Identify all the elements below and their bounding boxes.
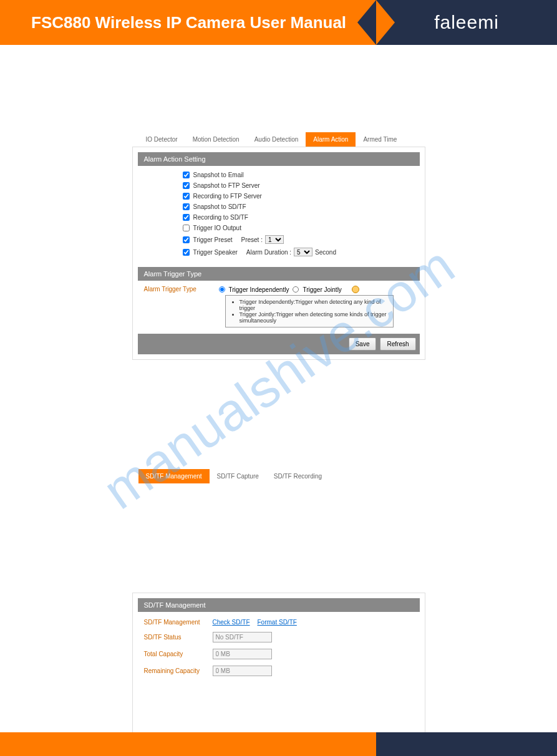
header-right: faleemi	[376, 0, 557, 45]
check-sdtf-link[interactable]: Check SD/TF	[213, 619, 250, 626]
tab-motion-detection[interactable]: Motion Detection	[185, 132, 247, 147]
check-trigger-speaker: Trigger Speaker Alarm Duration :5Second	[133, 246, 425, 258]
total-capacity-row: Total Capacity	[133, 646, 425, 662]
alarm-action-panel: Alarm Action Setting Snapshot to Email S…	[132, 147, 425, 360]
remaining-capacity-row: Remaining Capacity	[133, 662, 425, 679]
page-title: FSC880 Wireless IP Camera User Manual	[31, 13, 346, 32]
refresh-button[interactable]: Refresh	[380, 337, 415, 351]
checkbox-snapshot-sdtf[interactable]	[183, 203, 190, 210]
trigger-type-row: Alarm Trigger Type Trigger Independently…	[133, 281, 425, 293]
checkbox-snapshot-email[interactable]	[183, 172, 190, 178]
tab-sdtf-management[interactable]: SD/TF Management	[138, 469, 210, 483]
check-recording-sdtf: Recording to SD/TF	[133, 212, 425, 223]
brand-logo: faleemi	[434, 12, 499, 33]
tab-sdtf-capture[interactable]: SD/TF Capture	[210, 469, 266, 483]
check-trigger-io: Trigger IO Output	[133, 223, 425, 233]
header-left: FSC880 Wireless IP Camera User Manual	[0, 0, 376, 45]
help-icon[interactable]	[352, 286, 359, 293]
tab-alarm-action[interactable]: Alarm Action	[306, 132, 356, 147]
check-snapshot-email: Snapshot to Email	[133, 170, 425, 180]
check-snapshot-sdtf: Snapshot to SD/TF	[133, 201, 425, 212]
page-header: FSC880 Wireless IP Camera User Manual fa…	[0, 0, 557, 45]
footer-left	[0, 732, 376, 756]
sdtf-tabs: SD/TF Management SD/TF Capture SD/TF Rec…	[132, 469, 425, 483]
format-sdtf-link[interactable]: Format SD/TF	[258, 619, 297, 626]
checkbox-snapshot-ftp[interactable]	[183, 182, 190, 189]
total-capacity-field	[213, 649, 272, 659]
alarm-trigger-section-header: Alarm Trigger Type	[138, 267, 420, 281]
page-footer	[0, 732, 557, 756]
checkbox-recording-ftp[interactable]	[183, 193, 190, 200]
checkbox-trigger-speaker[interactable]	[183, 249, 190, 256]
tab-sdtf-recording[interactable]: SD/TF Recording	[266, 469, 329, 483]
tab-io-detector[interactable]: IO Detector	[138, 132, 185, 147]
footer-right	[376, 732, 557, 756]
remaining-capacity-field	[213, 666, 272, 676]
sdtf-section-header: SD/TF Management	[138, 598, 420, 612]
save-button[interactable]: Save	[349, 337, 377, 351]
alarm-action-section-header: Alarm Action Setting	[138, 152, 420, 166]
check-trigger-preset: Trigger Preset Preset :1	[133, 233, 425, 246]
sdtf-status-row: SD/TF Status	[133, 629, 425, 646]
alarm-duration-select[interactable]: 5	[294, 248, 312, 256]
checkbox-trigger-preset[interactable]	[183, 236, 190, 243]
check-recording-ftp: Recording to FTP Server	[133, 191, 425, 201]
radio-trigger-independent[interactable]	[219, 286, 225, 293]
sdtf-status-field	[213, 632, 272, 642]
alarm-tabs: IO Detector Motion Detection Audio Detec…	[132, 132, 425, 147]
preset-select[interactable]: 1	[265, 235, 284, 244]
check-snapshot-ftp: Snapshot to FTP Server	[133, 180, 425, 191]
trigger-type-label: Alarm Trigger Type	[144, 286, 219, 293]
radio-trigger-jointly[interactable]	[293, 286, 299, 293]
sdtf-management-row: SD/TF Management Check SD/TF Format SD/T…	[133, 616, 425, 629]
trigger-tooltip: Trigger Independently:Trigger when detec…	[225, 295, 394, 327]
alarm-button-bar: Save Refresh	[138, 334, 420, 354]
tab-armed-time[interactable]: Armed Time	[356, 132, 404, 147]
checkbox-trigger-io[interactable]	[183, 225, 190, 231]
checkbox-recording-sdtf[interactable]	[183, 214, 190, 221]
tab-audio-detection[interactable]: Audio Detection	[247, 132, 306, 147]
sdtf-panel: SD/TF Management SD/TF Management Check …	[132, 593, 425, 756]
